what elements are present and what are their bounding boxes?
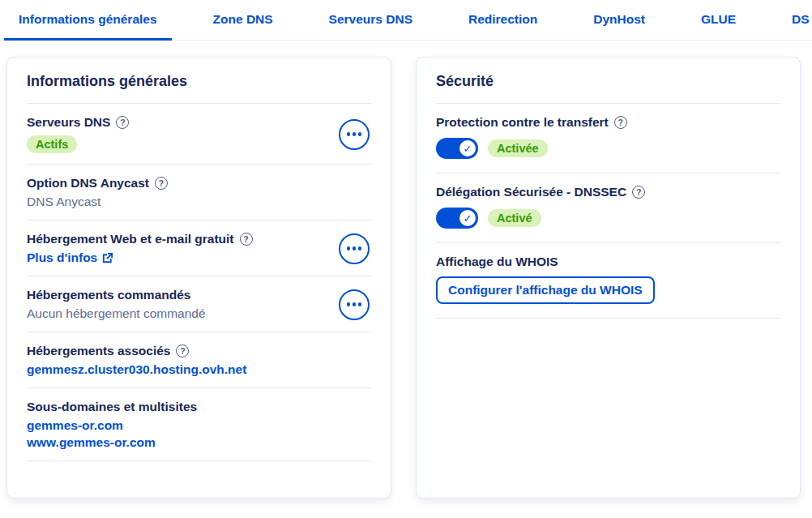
ordered-hosting-label-text: Hébergements commandés: [27, 288, 190, 302]
help-icon[interactable]: ?: [632, 186, 645, 199]
ellipsis-icon: [358, 246, 362, 250]
tab-serveurs-dns[interactable]: Serveurs DNS: [314, 0, 427, 41]
associated-hosting-label: Hébergements associés ?: [27, 344, 246, 358]
anycast-value: DNS Anycast: [27, 195, 168, 209]
subdomains-label: Sous-domaines et multisites: [27, 400, 197, 414]
ellipsis-icon: [347, 302, 351, 306]
ordered-hosting-label: Hébergements commandés: [27, 288, 206, 302]
row-free-hosting: Hébergement Web et e-mail gratuit ? Plus…: [27, 220, 371, 276]
ellipsis-icon: [347, 132, 351, 136]
tab-informations-generales[interactable]: Informations générales: [4, 0, 172, 41]
subdomain-link[interactable]: www.gemmes-or.com: [27, 435, 156, 450]
associated-hosting-link[interactable]: gemmesz.cluster030.hosting.ovh.net: [27, 362, 246, 377]
dnssec-toggle[interactable]: ✓: [436, 208, 478, 229]
row-whois: Affichage du WHOIS Configurer l'affichag…: [436, 243, 780, 319]
anycast-label-text: Option DNS Anycast: [27, 176, 149, 191]
ellipsis-icon: [358, 132, 362, 136]
subdomain-link[interactable]: gemmes-or.com: [27, 418, 123, 433]
ellipsis-icon: [358, 302, 362, 306]
row-dnssec: Délégation Sécurisée - DNSSEC ? ✓ Activé: [436, 173, 780, 243]
row-ordered-hosting: Hébergements commandés Aucun hébergement…: [27, 276, 371, 332]
dns-servers-status-badge: Actifs: [27, 135, 77, 153]
dns-servers-label: Serveurs DNS ?: [27, 115, 129, 130]
help-icon[interactable]: ?: [240, 233, 253, 246]
general-info-card: Informations générales Serveurs DNS ? Ac…: [6, 57, 391, 499]
dnssec-label: Délégation Sécurisée - DNSSEC ?: [436, 185, 780, 199]
whois-label: Affichage du WHOIS: [436, 255, 780, 269]
ordered-hosting-more-options-button[interactable]: [339, 289, 370, 320]
anycast-label: Option DNS Anycast ?: [27, 176, 168, 191]
free-hosting-link-text: Plus d'infos: [27, 250, 97, 265]
row-subdomains: Sous-domaines et multisites gemmes-or.co…: [27, 388, 371, 461]
ellipsis-icon: [353, 132, 357, 136]
transfer-protection-status-badge: Activée: [488, 139, 548, 157]
dns-servers-more-options-button[interactable]: [339, 119, 370, 150]
dns-servers-label-text: Serveurs DNS: [27, 115, 110, 130]
dnssec-label-text: Délégation Sécurisée - DNSSEC: [436, 185, 626, 199]
transfer-protection-label: Protection contre le transfert ?: [436, 115, 780, 130]
ellipsis-icon: [353, 302, 357, 306]
associated-hosting-label-text: Hébergements associés: [27, 344, 170, 358]
configure-whois-button[interactable]: Configurer l'affichage du WHOIS: [436, 276, 655, 304]
checkmark-icon: ✓: [459, 210, 476, 226]
row-dns-anycast: Option DNS Anycast ? DNS Anycast: [27, 165, 371, 220]
security-card-title: Sécurité: [436, 73, 780, 104]
row-associated-hosting: Hébergements associés ? gemmesz.cluster0…: [27, 332, 371, 388]
transfer-protection-toggle[interactable]: ✓: [436, 138, 478, 159]
help-icon[interactable]: ?: [176, 345, 189, 357]
external-link-icon: [101, 252, 113, 264]
help-icon[interactable]: ?: [614, 116, 627, 129]
free-hosting-label-text: Hébergement Web et e-mail gratuit: [27, 232, 234, 246]
tab-ds-records[interactable]: DS Re: [777, 0, 812, 41]
page-content: Informations générales Serveurs DNS ? Ac…: [0, 41, 812, 499]
transfer-protection-label-text: Protection contre le transfert: [436, 115, 609, 130]
tab-glue[interactable]: GLUE: [686, 0, 750, 41]
whois-label-text: Affichage du WHOIS: [436, 255, 558, 269]
help-icon[interactable]: ?: [116, 116, 129, 129]
domain-tabs: Informations générales Zone DNS Serveurs…: [0, 0, 812, 41]
tab-redirection[interactable]: Redirection: [454, 0, 552, 41]
tab-dynhost[interactable]: DynHost: [579, 0, 660, 41]
subdomains-label-text: Sous-domaines et multisites: [27, 400, 197, 414]
free-hosting-more-info-link[interactable]: Plus d'infos: [27, 250, 113, 265]
free-hosting-more-options-button[interactable]: [339, 233, 370, 264]
ellipsis-icon: [353, 246, 357, 250]
row-transfer-protection: Protection contre le transfert ? ✓ Activ…: [436, 104, 780, 173]
row-dns-servers: Serveurs DNS ? Actifs: [27, 104, 371, 165]
free-hosting-label: Hébergement Web et e-mail gratuit ?: [27, 232, 253, 246]
ordered-hosting-value: Aucun hébergement commandé: [27, 306, 206, 321]
dnssec-status-badge: Activé: [488, 209, 541, 227]
general-info-card-title: Informations générales: [27, 73, 371, 104]
ellipsis-icon: [347, 246, 351, 250]
checkmark-icon: ✓: [459, 140, 476, 156]
security-card: Sécurité Protection contre le transfert …: [416, 57, 801, 499]
help-icon[interactable]: ?: [155, 177, 168, 190]
tab-zone-dns[interactable]: Zone DNS: [199, 0, 288, 41]
